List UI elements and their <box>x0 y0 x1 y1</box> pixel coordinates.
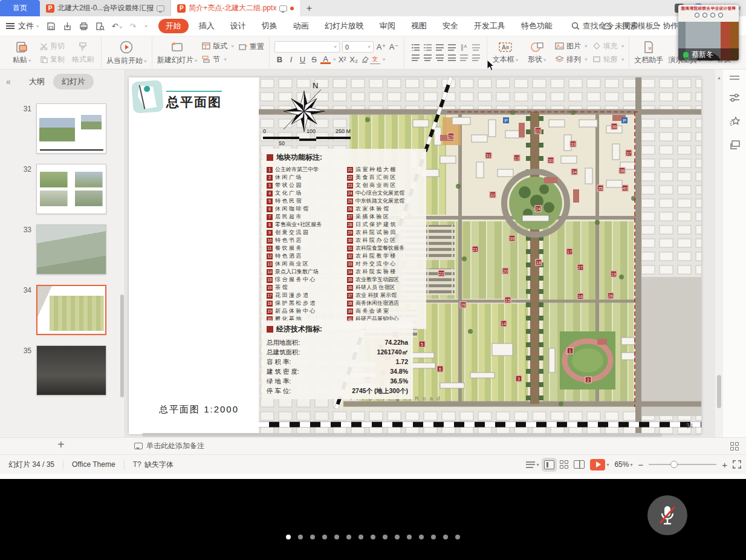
new-tab-button[interactable]: + <box>300 0 318 16</box>
slide-preview[interactable] <box>36 164 106 214</box>
zoom-slider[interactable] <box>649 464 716 465</box>
pagination-dot[interactable] <box>322 535 327 539</box>
decrease-indent-icon[interactable] <box>436 44 444 51</box>
slide-sorter-view-button[interactable] <box>560 460 568 469</box>
pagination-dot[interactable] <box>358 535 363 539</box>
pagination-dot[interactable] <box>455 535 460 539</box>
text-box-button[interactable]: A≡ 文本框˅ <box>492 41 519 65</box>
export-icon[interactable] <box>63 22 72 31</box>
more-quick-actions-icon[interactable]: ˅ <box>144 24 148 29</box>
slide-canvas[interactable]: P P K e M a o R o a d T i e B e i E a s … <box>129 77 701 434</box>
pagination-dot[interactable] <box>334 535 339 539</box>
mute-mic-overlay[interactable] <box>647 495 687 535</box>
italic-button[interactable]: I <box>286 55 296 64</box>
document-tab-2[interactable]: P 简介+亮点-北建大二组.pptx <box>171 0 300 16</box>
collapse-panel-icon[interactable]: « <box>6 77 11 86</box>
increase-indent-icon[interactable] <box>448 44 456 51</box>
menu-item[interactable]: 动画 <box>285 21 317 31</box>
menu-item-home[interactable]: 开始 <box>158 19 189 33</box>
numbered-list-icon[interactable] <box>424 44 432 51</box>
font-color-button[interactable]: A <box>320 56 331 64</box>
add-slide-button[interactable]: + <box>57 438 65 452</box>
clear-format-icon[interactable] <box>360 56 369 63</box>
save-icon[interactable] <box>47 22 56 31</box>
sync-status[interactable]: 未同步˅ <box>602 21 645 31</box>
copy-button[interactable]: 复制 <box>40 54 65 65</box>
fit-slide-button[interactable] <box>733 460 741 469</box>
effects-star-icon[interactable] <box>729 116 740 127</box>
slideshow-button[interactable]: ▾ <box>590 459 609 470</box>
shapes-button[interactable]: 形状˅ <box>524 41 550 65</box>
picture-button[interactable]: 图片˅ <box>555 41 588 51</box>
pagination-dot[interactable] <box>346 535 351 539</box>
horizontal-scrollbar[interactable] <box>129 433 715 437</box>
sidebar-scrollbar[interactable] <box>120 295 124 397</box>
slide-preview[interactable] <box>36 224 106 275</box>
pagination-dot[interactable] <box>407 535 412 539</box>
pagination-dot[interactable] <box>419 535 424 539</box>
menu-file[interactable]: 文件 <box>18 21 34 31</box>
superscript-button[interactable]: X² <box>337 55 348 64</box>
menu-item[interactable]: 切换 <box>254 21 285 31</box>
new-slide-button[interactable]: 新建幻灯片˅ <box>157 41 198 65</box>
line-spacing-icon[interactable] <box>472 54 480 61</box>
print-preview-icon[interactable] <box>96 22 105 31</box>
video-call-overlay[interactable]: 渤海湾院校联合毕业设计答辩 蔡新冬 <box>678 5 739 60</box>
slide-thumbnail[interactable]: 34 <box>0 285 125 335</box>
slide-thumbnail[interactable]: 33 <box>0 224 125 275</box>
cut-button[interactable]: 剪切 <box>40 41 65 51</box>
menu-item[interactable]: 设计 <box>222 21 254 31</box>
slide-title[interactable]: 总平面图 <box>166 91 222 111</box>
pagination-dot[interactable] <box>443 535 448 539</box>
grid-view-icon[interactable] <box>730 442 739 451</box>
section-button[interactable]: 节˅ <box>202 54 234 65</box>
play-from-current-button[interactable]: 从当前开始˅ <box>106 40 147 66</box>
pagination-dot[interactable] <box>431 535 436 539</box>
slide-preview[interactable] <box>36 103 106 154</box>
increase-font-icon[interactable]: A⁺ <box>376 42 386 51</box>
layout-button[interactable]: 版式˅ <box>202 41 234 51</box>
paragraph-settings-icon[interactable] <box>472 44 480 51</box>
phonetic-guide-button[interactable]: 文 <box>370 55 380 64</box>
zoom-slider-handle[interactable] <box>670 461 678 468</box>
notes-toggle[interactable]: ▾ <box>526 461 539 468</box>
subscript-button[interactable]: X₂ <box>349 55 359 64</box>
zoom-out-button[interactable]: − <box>638 460 643 470</box>
menu-item[interactable]: 特色功能 <box>513 21 560 31</box>
document-tab-1[interactable]: P 北建大2组-0...合毕设最终汇报 <box>40 0 171 16</box>
align-left-icon[interactable] <box>412 54 420 61</box>
menu-item[interactable]: 开发工具 <box>466 21 513 31</box>
missing-font-warning[interactable]: T? 缺失字体 <box>124 460 182 470</box>
theme-name[interactable]: Office Theme <box>63 460 124 469</box>
underline-button[interactable]: U <box>297 55 308 64</box>
align-center-icon[interactable] <box>424 54 432 61</box>
home-tab[interactable]: 首页 <box>0 0 40 16</box>
format-painter-button[interactable]: 格式刷 <box>70 41 96 65</box>
scroll-up-icon[interactable]: ▲ <box>717 76 721 80</box>
menu-item[interactable]: 安全 <box>435 21 466 31</box>
normal-view-button[interactable] <box>544 460 554 469</box>
collaborate-button[interactable]: 协作 <box>652 21 679 31</box>
decrease-font-icon[interactable]: A⁻ <box>389 42 399 51</box>
align-right-icon[interactable] <box>436 54 444 61</box>
menu-item[interactable]: 视图 <box>403 21 435 31</box>
pagination-dot[interactable] <box>371 535 375 539</box>
pagination-dot[interactable] <box>298 535 303 539</box>
doc-assistant-button[interactable]: 文档助手 <box>634 41 663 65</box>
slide-thumbnail[interactable]: 32 <box>0 164 125 214</box>
pagination-dot[interactable] <box>383 535 388 539</box>
paste-button[interactable]: 粘贴˅ <box>8 41 35 65</box>
print-icon[interactable] <box>79 22 88 31</box>
justify-icon[interactable] <box>448 54 456 61</box>
font-family-select[interactable]: ˅ <box>274 41 340 53</box>
bullet-list-icon[interactable] <box>412 44 420 51</box>
properties-sliders-icon[interactable] <box>729 93 740 103</box>
tab-outline[interactable]: 大纲 <box>29 76 45 87</box>
undo-icon[interactable]: ↶˅ <box>112 22 123 31</box>
bold-button[interactable]: B <box>274 55 285 64</box>
slide-thumbnail[interactable]: 31 <box>0 103 125 154</box>
pagination-dot[interactable] <box>310 535 315 539</box>
fill-button[interactable]: 填充˅ <box>592 41 624 51</box>
font-size-select[interactable]: 0˅ <box>342 41 374 53</box>
zoom-level[interactable]: 65%▾ <box>614 460 632 469</box>
